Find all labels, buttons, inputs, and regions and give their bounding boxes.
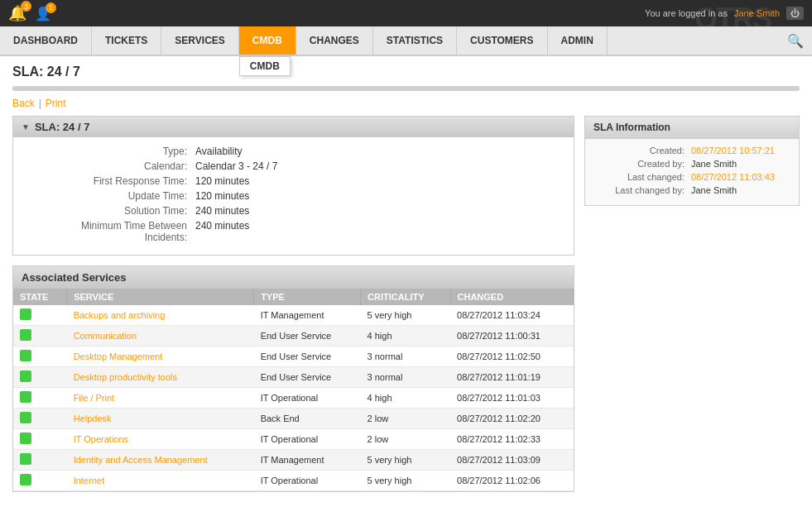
info-last-changed-row: Last changed: 08/27/2012 11:03:43 [593,172,790,182]
row-type: IT Operational [254,388,361,409]
info-created-label: Created: [593,146,685,155]
row-state [13,347,67,367]
service-link[interactable]: IT Operations [74,434,128,444]
state-dot [20,350,31,361]
row-type: End User Service [254,367,361,388]
row-state [13,388,67,409]
associated-services-header: Associated Services [13,266,574,289]
table-header-row: STATE SERVICE TYPE CRITICALITY CHANGED [13,289,574,305]
row-changed: 08/27/2012 11:02:33 [450,429,573,450]
row-type: IT Management [254,305,361,326]
row-criticality: 4 high [361,326,450,347]
table-row: HelpdeskBack End2 low08/27/2012 11:02:20 [13,409,574,429]
row-criticality: 5 very high [361,305,450,326]
table-row: File / PrintIT Operational4 high08/27/20… [13,388,574,409]
col-type: TYPE [254,289,361,305]
user-name: Jane Smith [734,8,780,18]
table-row: Identity and Access ManagementIT Managem… [13,450,574,471]
service-link[interactable]: Desktop Management [74,351,163,361]
service-link[interactable]: Communication [74,331,137,341]
sla-first-response-value: 120 minutes [195,175,249,187]
logout-button[interactable]: ⏻ [786,7,804,20]
associated-services-section: Associated Services STATE SERVICE TYPE C… [12,265,574,492]
info-last-changed-by-label: Last changed by: [593,185,685,195]
table-row: Desktop productivity toolsEnd User Servi… [13,367,574,388]
row-changed: 08/27/2012 11:03:09 [450,450,573,471]
row-service: Helpdesk [67,409,254,429]
top-bar-right: You are logged in as Jane Smith ⏻ [645,7,804,20]
state-dot [20,453,31,465]
row-state [13,367,67,388]
row-changed: 08/27/2012 11:00:31 [450,326,573,347]
nav-customers[interactable]: CUSTOMERS [457,26,547,55]
row-service: Internet [67,471,254,491]
info-created-by-label: Created by: [593,159,685,169]
row-service: Backups and archiving [67,305,254,326]
row-state [13,305,67,326]
ticket-badge: 1 [46,2,56,13]
row-changed: 08/27/2012 11:02:20 [450,409,573,429]
info-created-by-value: Jane Smith [685,159,790,169]
print-link[interactable]: Print [46,98,66,109]
row-type: End User Service [254,326,361,347]
info-last-changed-label: Last changed: [593,172,685,182]
sla-solution-row: Solution Time: 240 minutes [30,205,557,217]
nav-search[interactable]: 🔍 [779,26,812,55]
associated-services-table: STATE SERVICE TYPE CRITICALITY CHANGED B… [13,289,574,491]
info-last-changed-by-value: Jane Smith [685,185,790,195]
state-dot [20,370,31,382]
main-left: ▼ SLA: 24 / 7 Type: Availability Calenda… [12,116,574,492]
info-created-row: Created: 08/27/2012 10:57:21 [593,146,790,155]
nav-services[interactable]: SERVICES [161,26,238,55]
sla-section: ▼ SLA: 24 / 7 Type: Availability Calenda… [12,116,574,256]
row-service: IT Operations [67,429,254,450]
sla-type-label: Type: [30,146,195,157]
col-service: SERVICE [67,289,254,305]
nav-admin[interactable]: ADMIN [548,26,608,55]
info-created-value: 08/27/2012 10:57:21 [685,146,790,155]
nav-statistics[interactable]: STATISTICS [373,26,457,55]
row-state [13,429,67,450]
service-link[interactable]: Internet [74,476,104,485]
nav-bar: DASHBOARD TICKETS SERVICES CMDB CMDB CHA… [0,26,812,56]
row-type: End User Service [254,347,361,367]
nav-tickets[interactable]: TICKETS [92,26,161,55]
page-content: SLA: 24 / 7 Back | Print ▼ SLA: 24 / 7 T… [0,56,812,500]
state-dot [20,308,31,320]
service-link[interactable]: Desktop productivity tools [74,372,177,382]
row-type: IT Operational [254,471,361,491]
search-icon[interactable]: 🔍 [787,33,804,49]
state-dot [20,412,31,423]
row-criticality: 2 low [361,409,450,429]
row-changed: 08/27/2012 11:02:06 [450,471,573,491]
service-link[interactable]: File / Print [74,393,115,403]
user-icon[interactable]: 👤 1 [35,6,51,22]
row-service: Desktop productivity tools [67,367,254,388]
sla-calendar-row: Calendar: Calendar 3 - 24 / 7 [30,160,557,172]
row-type: IT Operational [254,429,361,450]
nav-cmdb[interactable]: CMDB CMDB [239,26,296,55]
sla-info-panel: SLA Information Created: 08/27/2012 10:5… [584,116,800,206]
info-last-changed-value: 08/27/2012 11:03:43 [685,172,790,182]
col-criticality: CRITICALITY [361,289,450,305]
nav-dashboard[interactable]: DASHBOARD [0,26,92,55]
state-dot [20,474,31,485]
sla-body: Type: Availability Calendar: Calendar 3 … [13,137,574,255]
alert-icon[interactable]: 🔔 3 [8,4,26,22]
row-state [13,450,67,471]
service-link[interactable]: Helpdesk [74,413,112,423]
service-link[interactable]: Identity and Access Management [74,455,208,465]
table-row: Desktop ManagementEnd User Service3 norm… [13,347,574,367]
sla-section-header[interactable]: ▼ SLA: 24 / 7 [13,117,574,137]
cmdb-dropdown[interactable]: CMDB [239,56,291,76]
back-link[interactable]: Back [12,98,35,109]
service-link[interactable]: Backups and archiving [74,310,166,320]
nav-changes[interactable]: CHANGES [296,26,373,55]
sla-min-time-row: Minimum Time Between Incidents: 240 minu… [30,220,557,243]
sla-info-header: SLA Information [585,117,799,139]
sla-header-label: SLA: 24 / 7 [35,121,89,133]
state-dot [20,329,31,341]
row-criticality: 2 low [361,429,450,450]
row-service: Communication [67,326,254,347]
alert-badge: 3 [21,1,31,12]
